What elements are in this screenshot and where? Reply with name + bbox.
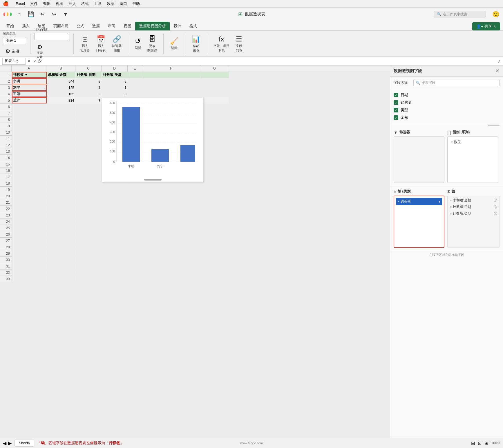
cell-r12-c2[interactable] <box>47 142 76 148</box>
fields-items-button[interactable]: fx 字段、项目和集 <box>211 34 232 54</box>
cell-r30-c6[interactable] <box>142 257 200 263</box>
cell-r20-c2[interactable] <box>47 193 76 199</box>
cell-r4-c5[interactable] <box>128 91 142 97</box>
cell-r21-c5[interactable] <box>128 199 142 205</box>
cell-r26-c5[interactable] <box>128 231 142 237</box>
cell-r30-c7[interactable] <box>200 257 229 263</box>
cell-r31-c2[interactable] <box>47 263 76 269</box>
table-row[interactable]: 王颜16533 <box>12 91 390 97</box>
options-button[interactable]: ⚙ 选项 <box>3 47 26 56</box>
view-icon-3[interactable]: ⊞ <box>484 440 488 446</box>
table-row[interactable] <box>12 187 390 193</box>
cell-r25-c6[interactable] <box>142 225 200 231</box>
panel-close-button[interactable]: ✕ <box>495 68 500 74</box>
cell-r18-c1[interactable] <box>12 180 47 186</box>
field-checkbox-buyer[interactable]: ✓ <box>394 100 398 105</box>
cell-r21-c2[interactable] <box>47 199 76 205</box>
table-row[interactable] <box>12 250 390 257</box>
cell-r9-c1[interactable] <box>12 123 47 129</box>
table-row[interactable] <box>12 257 390 263</box>
tab-formulas[interactable]: 公式 <box>73 22 88 30</box>
cell-r27-c7[interactable] <box>200 238 229 244</box>
menu-tools[interactable]: 工具 <box>94 1 102 6</box>
cell-r32-c4[interactable] <box>102 269 128 276</box>
menu-data[interactable]: 数据 <box>107 1 114 6</box>
table-row[interactable] <box>12 193 390 199</box>
table-row[interactable] <box>12 225 390 231</box>
field-checkbox-amount[interactable]: ✓ <box>394 115 398 120</box>
cell-r24-c6[interactable] <box>142 218 200 225</box>
cell-r14-c3[interactable] <box>76 155 102 161</box>
cell-r15-c3[interactable] <box>76 161 102 167</box>
cell-r29-c4[interactable] <box>102 250 128 256</box>
values-zone-body[interactable]: ≡ 求和项:金额 ⓘ ≡ 计数项:日期 ⓘ ≡ 计数项:类型 ⓘ <box>447 196 500 248</box>
clear-button[interactable]: 🧹 清除 <box>168 36 181 51</box>
cell-r1-c4[interactable]: 计数项:类型 <box>102 72 128 78</box>
cell-r7-c2[interactable] <box>47 110 76 116</box>
cell-r27-c4[interactable] <box>102 238 128 244</box>
cell-r13-c3[interactable] <box>76 148 102 154</box>
cell-r31-c5[interactable] <box>128 263 142 269</box>
cell-r28-c7[interactable] <box>200 244 229 250</box>
cell-r11-c2[interactable] <box>47 136 76 142</box>
cell-r4-c3[interactable]: 3 <box>76 91 102 97</box>
cell-r15-c2[interactable] <box>47 161 76 167</box>
cell-r10-c1[interactable] <box>12 129 47 135</box>
next-sheet-button[interactable]: ▶ <box>8 440 12 446</box>
cell-r12-c1[interactable] <box>12 142 47 148</box>
cell-r26-c3[interactable] <box>76 231 102 237</box>
cell-r4-c4[interactable]: 3 <box>102 91 128 97</box>
cell-r22-c7[interactable] <box>200 206 229 212</box>
filter-zone-body[interactable] <box>394 136 444 183</box>
cell-r29-c5[interactable] <box>128 250 142 256</box>
cell-r16-c7[interactable] <box>200 167 229 174</box>
cell-r23-c7[interactable] <box>200 212 229 218</box>
prev-sheet-button[interactable]: ◀ <box>3 440 6 446</box>
cell-r14-c7[interactable] <box>200 155 229 161</box>
cell-r28-c3[interactable] <box>76 244 102 250</box>
refresh-button[interactable]: ↺ 刷新 <box>132 36 143 51</box>
chart-resize-bottom[interactable] <box>102 181 203 183</box>
cell-r24-c2[interactable] <box>47 218 76 225</box>
cell-r28-c1[interactable] <box>12 244 47 250</box>
filter-connection-button[interactable]: 🔗 筛选器连接 <box>110 34 124 54</box>
cell-r21-c1[interactable] <box>12 199 47 205</box>
cell-r29-c2[interactable] <box>47 250 76 256</box>
cell-r20-c7[interactable] <box>200 193 229 199</box>
menu-view[interactable]: 视图 <box>56 1 63 6</box>
cell-r2-c7[interactable] <box>200 78 229 84</box>
apple-menu[interactable]: 🍎 <box>3 1 9 6</box>
cell-r29-c7[interactable] <box>200 250 229 256</box>
cell-r3-c2[interactable]: 125 <box>47 85 76 91</box>
cell-r25-c4[interactable] <box>102 225 128 231</box>
table-row[interactable] <box>12 212 390 218</box>
cell-r16-c1[interactable] <box>12 167 47 174</box>
cell-r20-c5[interactable] <box>128 193 142 199</box>
table-row[interactable] <box>12 231 390 238</box>
chart-name-input[interactable] <box>3 37 26 44</box>
cell-r27-c3[interactable] <box>76 238 102 244</box>
cell-r16-c3[interactable] <box>76 167 102 174</box>
field-search-input[interactable]: 🔍 搜索字段 <box>413 79 500 86</box>
cell-r32-c5[interactable] <box>128 269 142 276</box>
cell-r14-c2[interactable] <box>47 155 76 161</box>
cell-r33-c3[interactable] <box>76 276 102 282</box>
cell-r33-c4[interactable] <box>102 276 128 282</box>
field-checkbox-type[interactable]: ✓ <box>394 108 398 112</box>
share-button[interactable]: 👤+ 共享 ∧ <box>472 22 500 30</box>
minimize-button[interactable] <box>7 12 8 16</box>
cell-r21-c3[interactable] <box>76 199 102 205</box>
cell-r2-c4[interactable]: 3 <box>102 78 128 84</box>
cell-r4-c6[interactable] <box>142 91 200 97</box>
cell-r24-c5[interactable] <box>128 218 142 225</box>
field-list-button[interactable]: ☰ 字段列表 <box>234 34 245 54</box>
cell-r23-c5[interactable] <box>128 212 142 218</box>
cell-r26-c7[interactable] <box>200 231 229 237</box>
table-row[interactable] <box>12 276 390 282</box>
cell-r27-c1[interactable] <box>12 238 47 244</box>
cell-r10-c3[interactable] <box>76 129 102 135</box>
cell-r6-c1[interactable] <box>12 104 47 110</box>
cell-r7-c3[interactable] <box>76 110 102 116</box>
cell-r21-c7[interactable] <box>200 199 229 205</box>
cell-r26-c4[interactable] <box>102 231 128 237</box>
